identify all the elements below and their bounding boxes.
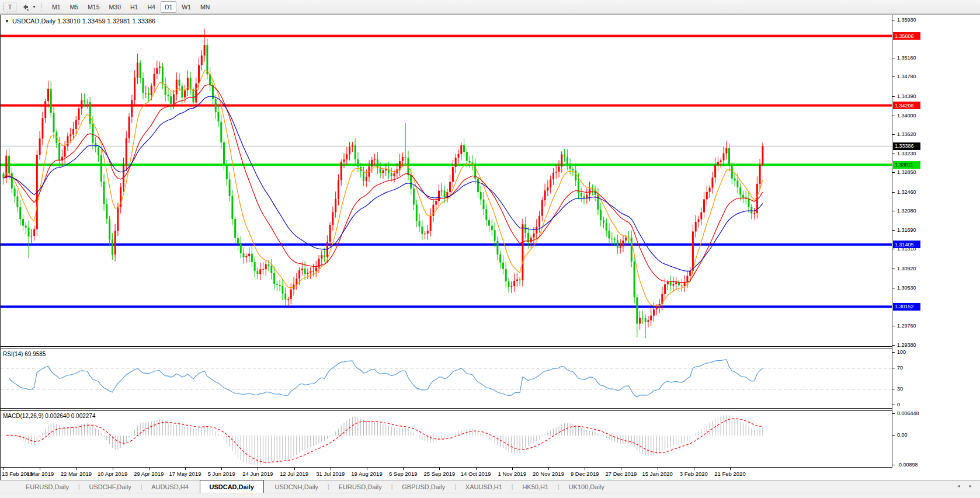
tab-eurusd-daily[interactable]: EURUSD,Daily [329,480,391,493]
date-label: 25 Sep 2019 [422,471,456,477]
price-tick [892,96,895,97]
trading-app: T ▼ M1M5M15M30H1H4D1W1MN ▼ USDCAD,Daily … [0,0,980,498]
price-line-badge: 1.35606 [893,32,920,40]
tab-audusd-h4[interactable]: AUDUSD,H4 [142,480,198,493]
rsi-label: RSI(14) 69.9585 [3,351,46,357]
date-label: 22 Mar 2019 [59,471,93,477]
timeframe-button-d1[interactable]: D1 [161,1,176,13]
tabs-holder: EURUSD,Daily|USDCHF,Daily|AUDUSD,H4|USDC… [16,480,614,493]
price-tick-label: 1.33230 [897,151,916,156]
timeframe-button-m1[interactable]: M1 [48,1,65,13]
tab-scroll-left-icon[interactable]: ◂ [957,483,960,489]
price-line-badge: 1.34206 [893,102,920,109]
date-label: 14 Oct 2019 [459,471,493,477]
date-label: 5 Jun 2019 [204,471,238,477]
price-line-badge: 1.33011 [893,161,920,169]
chart-title: ▼ USDCAD,Daily 1.33010 1.33459 1.32981 1… [5,18,155,25]
timeframe-button-mn[interactable]: MN [196,1,214,13]
timeframe-button-h4[interactable]: H4 [143,1,159,13]
price-tick [892,20,895,20]
rsi-tick-label: 30 [897,386,903,392]
date-label: 17 May 2019 [168,471,202,477]
timeframe-button-w1[interactable]: W1 [178,1,195,13]
date-label: 29 Apr 2019 [132,471,166,477]
rsi-tick [892,405,895,405]
indicators-dropdown-button[interactable]: ▼ [22,3,36,11]
price-tick-label: 1.32850 [897,169,916,175]
timeframe-button-m30[interactable]: M30 [105,1,125,13]
date-tick [185,468,186,470]
date-tick [658,468,658,470]
price-tick [892,288,895,288]
date-label: 12 Jul 2019 [277,471,311,477]
timeframe-button-h1[interactable]: H1 [126,1,142,13]
price-tick [892,249,895,249]
date-label: 24 Jun 2019 [241,471,274,477]
price-tick-label: 1.31690 [897,227,916,233]
timeframe-button-m15[interactable]: M15 [84,1,103,13]
price-tick [892,172,895,173]
date-tick [439,468,440,470]
price-tick [892,154,895,154]
price-tick-label: 1.32080 [897,208,916,214]
date-label: 9 Dec 2019 [568,471,602,477]
tab-usdcad-daily[interactable]: USDCAD,Daily [200,480,264,493]
toolbar: T ▼ M1M5M15M30H1H4D1W1MN [0,0,980,14]
date-tick [113,468,113,470]
tab-uk100-daily[interactable]: UK100,Daily [559,480,614,493]
tab-usdchf-daily[interactable]: USDCHF,Daily [80,480,141,493]
date-tick [76,468,77,470]
price-tick [892,116,895,116]
tab-eurusd-daily[interactable]: EURUSD,Daily [16,480,78,493]
tab-hk50-h1[interactable]: HK50,H1 [513,480,558,493]
macd-tick-label: 0.00 [897,432,908,438]
date-tick [221,468,222,470]
main-chart-canvas[interactable] [1,15,892,347]
price-tick [892,326,895,326]
date-label: 6 Sep 2019 [386,471,420,477]
date-tick [331,468,331,470]
price-tick-label: 1.30530 [897,285,916,291]
date-tick [476,468,477,470]
macd-tick [892,465,895,465]
arrange-arrows-icon [22,3,30,11]
date-label: 4 Mar 2019 [23,471,57,477]
tab-xauusd-h1[interactable]: XAUUSD,H1 [456,480,512,493]
date-label: 19 Aug 2019 [350,471,384,477]
date-tick [294,468,295,470]
macd-panel: MACD(12,26,9) 0.002640 0.002274 [1,410,892,468]
date-tick [548,468,549,470]
main-chart-panel: ▼ USDCAD,Daily 1.33010 1.33459 1.32981 1… [1,15,892,347]
macd-tick-label: 0.006448 [897,410,919,416]
date-tick [40,468,40,470]
price-tick-label: 1.35930 [897,17,916,23]
price-tick [892,134,895,135]
macd-tick [892,413,895,414]
tab-usdcnh-daily[interactable]: USDCNH,Daily [266,480,328,493]
price-axis: 1.359301.351601.347801.343901.340001.336… [892,15,980,468]
date-label: 3 Feb 2020 [677,471,711,477]
date-tick [149,468,150,470]
price-tick-label: 1.34780 [897,74,916,79]
timeframe-button-m5[interactable]: M5 [66,1,83,13]
date-tick [258,468,258,470]
date-tick [730,468,731,470]
date-tick [512,468,513,470]
price-line-badge: 1.30152 [893,303,920,311]
rsi-canvas[interactable] [1,349,892,408]
tab-scroll-right-icon[interactable]: ▸ [969,483,972,489]
price-tick [892,269,895,269]
rsi-tick-label: 100 [897,349,906,355]
tab-gbpusd-daily[interactable]: GBPUSD,Daily [392,480,454,493]
toolbar-grip[interactable] [40,2,43,12]
date-label: 27 Dec 2019 [604,471,638,477]
price-tick [892,230,895,231]
price-tick-label: 1.29380 [897,342,916,348]
macd-canvas[interactable] [1,411,892,467]
price-tick-label: 1.33620 [897,131,916,137]
collapse-triangle-icon[interactable]: ▼ [5,19,9,24]
date-tick [621,468,621,470]
rsi-tick-label: 70 [897,365,903,371]
text-tool-button[interactable]: T [4,2,16,12]
date-axis: 13 Feb 20194 Mar 201922 Mar 201910 Apr 2… [1,468,892,480]
